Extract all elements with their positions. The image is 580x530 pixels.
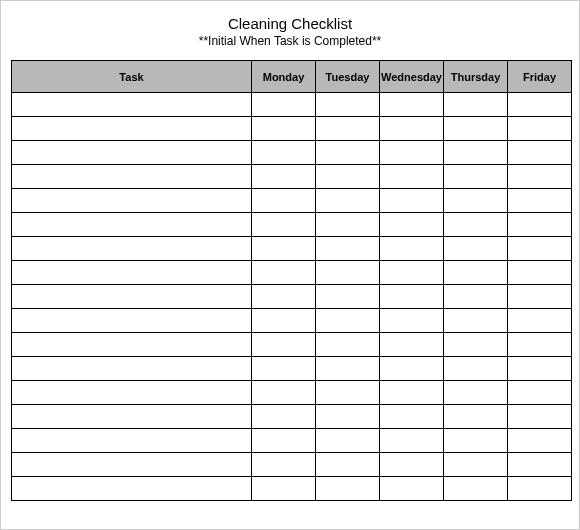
table-cell: [316, 453, 380, 477]
table-cell: [316, 477, 380, 501]
table-cell: [12, 165, 252, 189]
table-cell: [444, 309, 508, 333]
table-cell: [316, 213, 380, 237]
table-cell: [12, 477, 252, 501]
table-cell: [316, 141, 380, 165]
table-cell: [316, 405, 380, 429]
table-cell: [316, 261, 380, 285]
table-cell: [12, 429, 252, 453]
table-row: [12, 213, 572, 237]
table-cell: [252, 165, 316, 189]
table-cell: [252, 213, 316, 237]
table-cell: [508, 189, 572, 213]
table-cell: [252, 453, 316, 477]
table-cell: [252, 261, 316, 285]
table-cell: [12, 237, 252, 261]
table-cell: [12, 93, 252, 117]
table-cell: [252, 333, 316, 357]
table-cell: [444, 165, 508, 189]
table-cell: [252, 285, 316, 309]
table-cell: [444, 261, 508, 285]
table-cell: [316, 117, 380, 141]
table-cell: [380, 453, 444, 477]
table-cell: [12, 405, 252, 429]
table-cell: [444, 405, 508, 429]
col-header-tuesday: Tuesday: [316, 61, 380, 93]
table-row: [12, 261, 572, 285]
table-cell: [508, 141, 572, 165]
table-cell: [316, 165, 380, 189]
table-cell: [252, 309, 316, 333]
table-cell: [380, 381, 444, 405]
page-subtitle: **Initial When Task is Completed**: [11, 34, 569, 48]
table-cell: [316, 93, 380, 117]
table-cell: [508, 309, 572, 333]
table-cell: [380, 117, 444, 141]
table-cell: [444, 189, 508, 213]
table-cell: [316, 357, 380, 381]
col-header-monday: Monday: [252, 61, 316, 93]
table-cell: [12, 357, 252, 381]
table-cell: [12, 189, 252, 213]
table-cell: [316, 237, 380, 261]
table-cell: [252, 381, 316, 405]
table-cell: [444, 213, 508, 237]
table-cell: [380, 141, 444, 165]
header-row: Task Monday Tuesday Wednesday Thursday F…: [12, 61, 572, 93]
col-header-friday: Friday: [508, 61, 572, 93]
table-row: [12, 285, 572, 309]
table-row: [12, 381, 572, 405]
table-cell: [508, 237, 572, 261]
table-cell: [444, 477, 508, 501]
table-cell: [252, 405, 316, 429]
table-cell: [380, 261, 444, 285]
table-cell: [380, 93, 444, 117]
table-cell: [508, 117, 572, 141]
table-cell: [12, 309, 252, 333]
col-header-thursday: Thursday: [444, 61, 508, 93]
table-cell: [252, 477, 316, 501]
table-cell: [444, 453, 508, 477]
table-row: [12, 357, 572, 381]
table-cell: [252, 93, 316, 117]
table-row: [12, 405, 572, 429]
table-cell: [252, 357, 316, 381]
table-cell: [444, 237, 508, 261]
table-cell: [380, 189, 444, 213]
table-cell: [12, 333, 252, 357]
table-cell: [12, 381, 252, 405]
table-cell: [12, 213, 252, 237]
table-cell: [252, 189, 316, 213]
table-cell: [380, 357, 444, 381]
table-cell: [380, 165, 444, 189]
table-body: [12, 93, 572, 501]
table-cell: [508, 405, 572, 429]
table-cell: [508, 213, 572, 237]
page-title: Cleaning Checklist: [11, 15, 569, 32]
table-cell: [316, 333, 380, 357]
table-cell: [444, 333, 508, 357]
table-cell: [12, 285, 252, 309]
table-cell: [380, 285, 444, 309]
table-cell: [12, 453, 252, 477]
table-cell: [508, 93, 572, 117]
table-cell: [444, 357, 508, 381]
table-cell: [12, 141, 252, 165]
table-row: [12, 477, 572, 501]
table-cell: [252, 237, 316, 261]
table-row: [12, 237, 572, 261]
table-row: [12, 309, 572, 333]
table-row: [12, 141, 572, 165]
table-row: [12, 429, 572, 453]
table-cell: [444, 93, 508, 117]
table-cell: [252, 141, 316, 165]
checklist-table: Task Monday Tuesday Wednesday Thursday F…: [11, 60, 572, 501]
table-cell: [380, 429, 444, 453]
table-cell: [508, 381, 572, 405]
table-cell: [380, 477, 444, 501]
table-cell: [508, 477, 572, 501]
table-row: [12, 333, 572, 357]
table-cell: [316, 309, 380, 333]
table-cell: [316, 189, 380, 213]
table-cell: [444, 381, 508, 405]
